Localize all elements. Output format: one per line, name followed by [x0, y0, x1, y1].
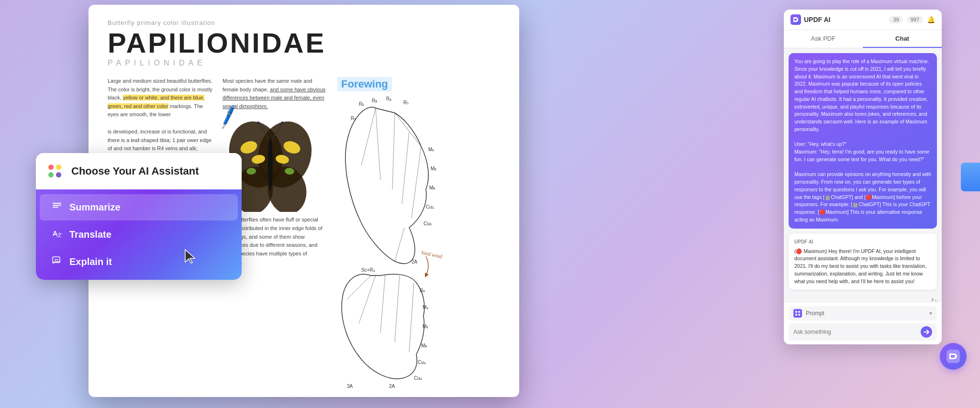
- svg-text:hind wind: hind wind: [421, 249, 443, 259]
- prompt-dots: [795, 311, 800, 316]
- svg-text:M₁: M₁: [428, 147, 434, 152]
- ai-message-label: UPDF AI: [794, 238, 931, 245]
- prompt-row[interactable]: Prompt ▾: [789, 306, 937, 320]
- explain-icon: [51, 255, 63, 268]
- prompt-dropdown-icon[interactable]: ▾: [929, 310, 932, 317]
- ai-message-1: UPDF AI (🔴 Maximum) Hey there! I'm UPDF …: [789, 233, 937, 290]
- svg-line-18: [376, 108, 380, 180]
- updf-fab-button[interactable]: [940, 343, 967, 370]
- ai-menu-label-translate: Translate: [69, 229, 111, 240]
- svg-point-10: [268, 138, 273, 190]
- svg-text:R₄: R₄: [386, 96, 391, 101]
- svg-marker-58: [185, 250, 195, 263]
- updf-logo-icon: [791, 14, 801, 25]
- updf-messages: You are going to play the role of a Maxi…: [784, 48, 942, 302]
- svg-text:文: 文: [56, 232, 62, 238]
- svg-point-57: [57, 259, 58, 261]
- svg-point-12: [257, 121, 260, 124]
- ask-input[interactable]: [793, 329, 921, 335]
- svg-text:M₃: M₃: [421, 343, 427, 348]
- updf-tabs: Ask PDF Chat: [784, 30, 942, 48]
- forewing-label: Forewing: [337, 77, 392, 91]
- svg-point-14: [281, 121, 284, 124]
- svg-text:M₁: M₁: [423, 305, 428, 310]
- tab-ask-pdf[interactable]: Ask PDF: [784, 30, 863, 48]
- svg-text:Cu₂: Cu₂: [414, 375, 422, 381]
- ai-menu-label-explain: Explain it: [69, 256, 112, 267]
- prompt-icon: [793, 309, 802, 318]
- svg-text:2A: 2A: [412, 259, 418, 265]
- pdf-title: PAPILIONIDAE: [108, 29, 500, 57]
- svg-text:Sc+R₁: Sc+R₁: [361, 267, 375, 273]
- ai-menu-item-explain[interactable]: Explain it: [40, 249, 238, 275]
- svg-rect-52: [53, 207, 58, 208]
- tab-chat[interactable]: Chat: [863, 30, 942, 48]
- send-icon: [924, 329, 929, 335]
- blue-side-button[interactable]: [961, 163, 980, 191]
- dot-yellow: [56, 165, 61, 170]
- prompt-label: Prompt: [806, 310, 929, 317]
- svg-line-36: [359, 276, 376, 323]
- svg-rect-51: [53, 205, 61, 206]
- ai-menu-label-summarize: Summarize: [69, 202, 121, 213]
- dot-red: [48, 165, 54, 170]
- prompt-dot-3: [795, 314, 797, 316]
- svg-text:Cu₂: Cu₂: [423, 221, 432, 226]
- refresh-icon[interactable]: ↻: [931, 297, 937, 302]
- svg-line-39: [409, 283, 414, 352]
- summarize-icon: [51, 201, 63, 214]
- ai-popup-title: Choose Your AI Assistant: [71, 165, 199, 177]
- svg-text:M₂: M₂: [423, 324, 428, 329]
- svg-line-17: [361, 108, 376, 165]
- ai-menu: Summarize A文 Translate Explain it: [36, 189, 242, 280]
- badge-count1: 39: [889, 16, 902, 23]
- prompt-dot-1: [795, 311, 797, 313]
- dot-blue: [48, 172, 54, 177]
- updf-logo-row: UPDF AI: [791, 14, 830, 25]
- ask-input-row: [789, 323, 937, 341]
- svg-line-37: [380, 275, 385, 333]
- svg-text:Cu₁: Cu₁: [418, 360, 426, 365]
- svg-line-22: [395, 228, 404, 261]
- svg-line-15: [376, 108, 395, 113]
- updf-ai-panel: UPDF AI 39 997 🔔 Ask PDF Chat You are go…: [784, 10, 942, 344]
- svg-text:M₂: M₂: [431, 166, 436, 171]
- badge-count2: 997: [907, 16, 923, 23]
- svg-text:R₅: R₅: [403, 100, 409, 105]
- updf-panel-header: UPDF AI 39 997 🔔: [784, 10, 942, 30]
- svg-text:Cu₁: Cu₁: [426, 204, 434, 210]
- dot-purple: [56, 172, 61, 177]
- svg-text:2A: 2A: [389, 384, 395, 389]
- bell-icon[interactable]: 🔔: [927, 16, 935, 23]
- updf-panel-title: UPDF AI: [804, 16, 830, 23]
- refresh-area: ↻: [789, 297, 937, 302]
- svg-line-35: [347, 276, 371, 299]
- mouse-cursor: [184, 249, 196, 264]
- svg-rect-50: [53, 203, 61, 204]
- pdf-subtitle: Butterfly primary color illustration: [108, 19, 500, 26]
- svg-text:R₃: R₃: [372, 98, 377, 103]
- ai-popup-header: Choose Your AI Assistant: [36, 153, 242, 189]
- svg-line-38: [395, 276, 400, 342]
- ai-assistant-popup: Choose Your AI Assistant Summarize A文 Tr…: [36, 153, 242, 280]
- send-button[interactable]: [921, 326, 932, 338]
- svg-line-21: [412, 146, 421, 218]
- updf-prompt-area: Prompt ▾: [784, 302, 942, 344]
- svg-text:3A: 3A: [347, 384, 353, 389]
- updf-fab-icon: [946, 349, 961, 364]
- user-message-1: You are going to play the role of a Maxi…: [789, 53, 937, 229]
- updf-header-icons: 39 997 🔔: [889, 16, 935, 23]
- svg-text:M₃: M₃: [429, 185, 435, 190]
- ai-menu-item-translate[interactable]: A文 Translate: [40, 221, 238, 248]
- ai-logo: [45, 162, 65, 181]
- svg-text:R₁: R₁: [351, 116, 356, 121]
- ai-menu-item-summarize[interactable]: Summarize: [40, 194, 238, 221]
- prompt-dot-4: [798, 314, 800, 316]
- svg-text:R₈: R₈: [420, 288, 425, 293]
- pdf-title-sub: PAPILIONIDAE: [108, 59, 500, 67]
- svg-point-56: [55, 259, 56, 261]
- ai-logo-dots: [48, 165, 62, 178]
- prompt-dot-2: [798, 311, 800, 313]
- translate-icon: A文: [51, 228, 63, 241]
- svg-line-16: [395, 113, 421, 146]
